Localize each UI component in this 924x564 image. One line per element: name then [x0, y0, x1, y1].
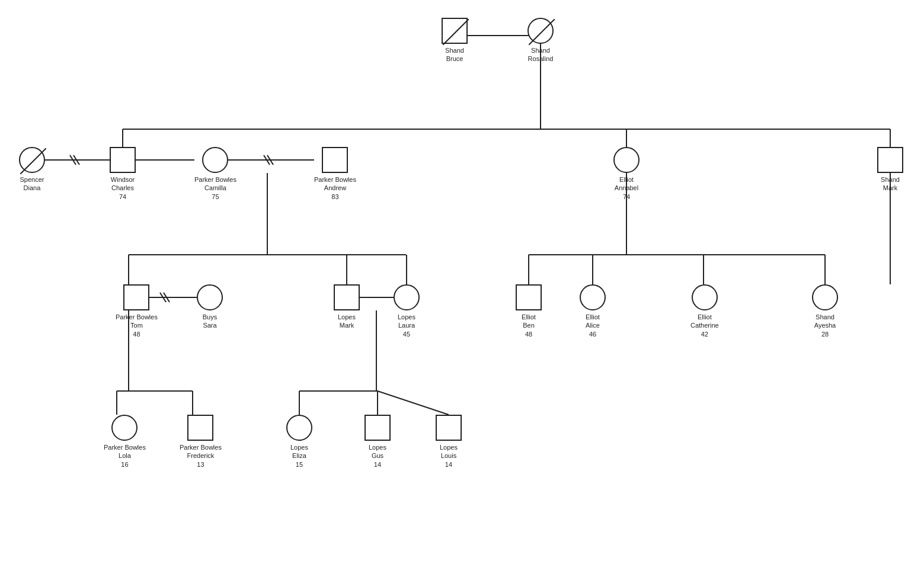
parker-bowles-lola-label: Parker Bowles Lola 16 [104, 443, 146, 469]
shand-ayesha-label: Shand Ayesha 28 [814, 313, 836, 338]
parker-bowles-andrew-label: Parker Bowles Andrew 83 [314, 175, 356, 201]
person-lopes-laura: Lopes Laura 45 [394, 284, 420, 338]
svg-line-38 [443, 19, 469, 45]
person-lopes-mark: Lopes Mark [334, 284, 360, 330]
parker-bowles-andrew-shape [322, 147, 348, 173]
person-shand-bruce: Shand Bruce [442, 18, 468, 63]
parker-bowles-camilla-shape [202, 147, 228, 173]
windsor-charles-label: Windsor Charles 74 [111, 175, 135, 201]
svg-line-12 [267, 155, 273, 165]
person-shand-mark: Shand Mark [877, 147, 903, 193]
person-parker-bowles-lola: Parker Bowles Lola 16 [104, 415, 146, 469]
person-parker-bowles-tom: Parker Bowles Tom 48 [116, 284, 158, 338]
shand-rosalind-shape [527, 18, 554, 44]
deceased-cross-icon [443, 19, 469, 45]
deceased-cross-icon [20, 148, 46, 174]
svg-line-39 [529, 19, 555, 45]
parker-bowles-camilla-label: Parker Bowles Camilla 75 [194, 175, 236, 201]
lopes-gus-label: Lopes Gus 14 [369, 443, 386, 469]
person-elliot-catherine: Elliot Catherine 42 [690, 284, 719, 338]
svg-line-8 [73, 155, 79, 165]
parker-bowles-tom-shape [123, 284, 149, 310]
parker-bowles-frederick-shape [187, 415, 213, 441]
svg-line-40 [20, 148, 46, 174]
person-lopes-gus: Lopes Gus 14 [365, 415, 391, 469]
lopes-louis-shape [436, 415, 462, 441]
svg-line-26 [164, 293, 170, 302]
svg-line-11 [264, 155, 270, 165]
elliot-annabel-label: Elliot Annabel 74 [615, 175, 638, 201]
lopes-gus-shape [365, 415, 391, 441]
elliot-catherine-label: Elliot Catherine 42 [690, 313, 719, 338]
elliot-ben-shape [516, 284, 542, 310]
svg-line-7 [70, 155, 76, 165]
lopes-eliza-shape [286, 415, 312, 441]
person-elliot-alice: Elliot Alice 46 [580, 284, 606, 338]
parker-bowles-frederick-label: Parker Bowles Frederick 13 [180, 443, 222, 469]
person-spencer-diana: Spencer Diana [19, 147, 45, 193]
elliot-ben-label: Elliot Ben 48 [522, 313, 536, 338]
elliot-annabel-shape [613, 147, 640, 173]
person-lopes-louis: Lopes Louis 14 [436, 415, 462, 469]
parker-bowles-tom-label: Parker Bowles Tom 48 [116, 313, 158, 338]
person-parker-bowles-camilla: Parker Bowles Camilla 75 [194, 147, 236, 201]
person-parker-bowles-frederick: Parker Bowles Frederick 13 [180, 415, 222, 469]
person-elliot-annabel: Elliot Annabel 74 [613, 147, 640, 201]
elliot-catherine-shape [692, 284, 718, 310]
shand-bruce-label: Shand Bruce [445, 46, 464, 63]
elliot-alice-shape [580, 284, 606, 310]
buys-sara-label: Buys Sara [203, 313, 217, 330]
parker-bowles-lola-shape [111, 415, 138, 441]
shand-mark-shape [877, 147, 903, 173]
shand-mark-label: Shand Mark [881, 175, 900, 193]
spencer-diana-shape [19, 147, 45, 173]
lopes-louis-label: Lopes Louis 14 [440, 443, 458, 469]
buys-sara-shape [197, 284, 223, 310]
person-buys-sara: Buys Sara [197, 284, 223, 330]
svg-line-34 [378, 391, 449, 415]
lopes-eliza-label: Lopes Eliza 15 [290, 443, 308, 469]
shand-bruce-shape [442, 18, 468, 44]
person-elliot-ben: Elliot Ben 48 [516, 284, 542, 338]
family-tree-canvas: Shand Bruce Shand Rosalind Spencer Diana… [0, 0, 924, 564]
spencer-diana-label: Spencer Diana [20, 175, 44, 193]
lopes-mark-label: Lopes Mark [338, 313, 356, 330]
lopes-mark-shape [334, 284, 360, 310]
deceased-cross-icon [529, 19, 555, 45]
connection-lines [0, 0, 924, 564]
shand-rosalind-label: Shand Rosalind [528, 46, 554, 63]
shand-ayesha-shape [812, 284, 838, 310]
person-shand-ayesha: Shand Ayesha 28 [812, 284, 838, 338]
svg-line-25 [160, 293, 166, 302]
person-shand-rosalind: Shand Rosalind [527, 18, 554, 63]
lopes-laura-shape [394, 284, 420, 310]
person-parker-bowles-andrew: Parker Bowles Andrew 83 [314, 147, 356, 201]
person-lopes-eliza: Lopes Eliza 15 [286, 415, 312, 469]
lopes-laura-label: Lopes Laura 45 [398, 313, 415, 338]
person-windsor-charles: Windsor Charles 74 [110, 147, 136, 201]
windsor-charles-shape [110, 147, 136, 173]
elliot-alice-label: Elliot Alice 46 [586, 313, 600, 338]
